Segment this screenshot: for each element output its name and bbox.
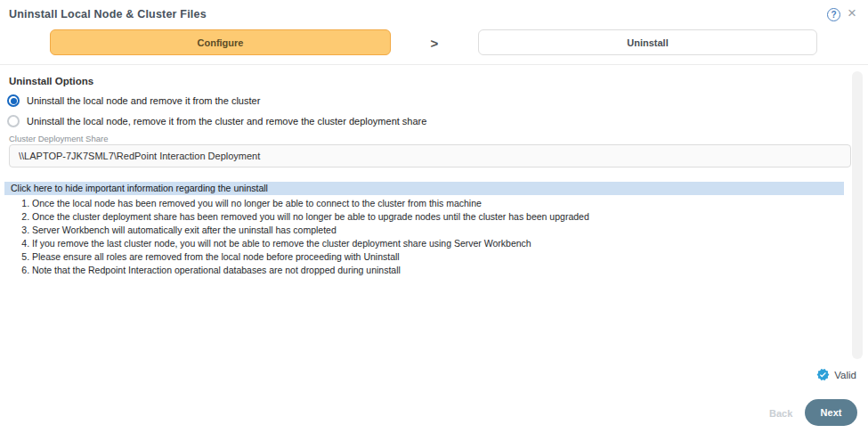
header-divider (0, 64, 868, 65)
valid-check-badge-icon (816, 368, 830, 381)
info-list-item: Please ensure all roles are removed from… (32, 250, 837, 264)
info-list-item: Note that the Redpoint Interaction opera… (32, 264, 837, 277)
info-list-item: Once the local node has been removed you… (32, 197, 837, 210)
close-icon[interactable]: × (844, 4, 860, 23)
uninstall-options-heading: Uninstall Options (9, 76, 93, 86)
back-button[interactable]: Back (764, 401, 798, 426)
info-list: Once the local node has been removed you… (0, 197, 837, 277)
page-title: Uninstall Local Node & Cluster Files (9, 8, 207, 20)
scrollbar-track[interactable] (852, 71, 863, 359)
cluster-deployment-share-input[interactable] (9, 144, 851, 167)
radio-selected-icon[interactable] (7, 94, 20, 107)
step-uninstall-button[interactable]: Uninstall (478, 29, 817, 55)
radio-option-remove-node[interactable]: Uninstall the local node and remove it f… (7, 94, 260, 107)
step-arrow-icon: > (426, 34, 443, 52)
valid-status-label: Valid (834, 370, 856, 380)
info-list-item: Server Workbench will automatically exit… (32, 224, 837, 237)
info-toggle-bar[interactable]: Click here to hide important information… (4, 182, 844, 195)
help-icon[interactable]: ? (827, 8, 840, 21)
next-button[interactable]: Next (805, 399, 857, 426)
step-configure-button[interactable]: Configure (50, 29, 391, 55)
validation-status: Valid (816, 368, 856, 381)
radio-unselected-icon[interactable] (7, 115, 20, 127)
info-list-item: Once the cluster deployment share has be… (32, 210, 837, 224)
radio-option-label: Uninstall the local node, remove it from… (27, 116, 426, 127)
info-list-item: If you remove the last cluster node, you… (32, 237, 837, 250)
radio-option-label: Uninstall the local node and remove it f… (27, 95, 260, 106)
radio-option-remove-node-and-share[interactable]: Uninstall the local node, remove it from… (7, 115, 426, 127)
uninstall-wizard-dialog: Uninstall Local Node & Cluster Files ? ×… (0, 0, 868, 433)
cluster-deployment-share-label: Cluster Deployment Share (9, 134, 108, 143)
